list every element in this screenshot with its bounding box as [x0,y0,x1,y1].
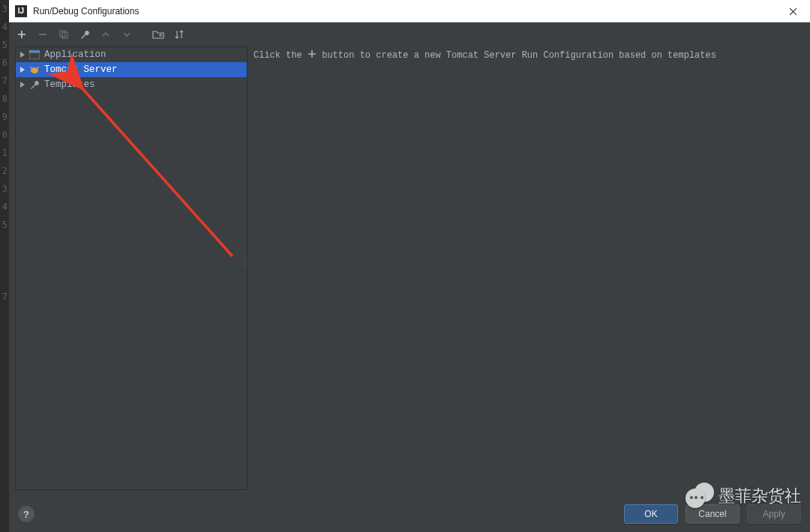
hint-text-suffix: button to create a new Tomcat Server Run… [322,50,716,61]
tree-item-label: Tomcat Server [43,64,118,75]
folder-icon [152,29,164,40]
tree-item-templates[interactable]: Templates [16,77,247,92]
help-button[interactable]: ? [18,506,34,522]
ok-button[interactable]: OK [624,504,678,524]
folder-button[interactable] [152,28,165,41]
right-panel: Click the button to create a new Tomcat … [248,46,804,490]
chevron-up-icon [101,30,110,39]
app-icon: IJ [15,5,27,17]
wrench-icon [80,29,90,40]
toolbar [9,22,810,46]
wrench-icon [29,79,40,90]
expand-arrow-icon[interactable] [19,81,26,88]
watermark-text: 墨菲杂货社 [718,485,801,507]
plus-icon [308,49,316,58]
dialog-title: Run/Debug Configurations [33,6,139,16]
dialog-body: Application Tomcat Server [9,22,810,532]
split-drag-handle[interactable] [244,257,248,266]
minus-icon [38,29,48,40]
move-down-button[interactable] [120,28,134,41]
tomcat-icon [29,64,40,75]
remove-button[interactable] [36,28,50,41]
copy-button[interactable] [57,28,70,41]
tree-item-label: Templates [43,79,95,90]
titlebar: IJ Run/Debug Configurations [9,0,810,22]
chevron-down-icon [122,30,131,39]
tree-item-application[interactable]: Application [16,47,247,62]
expand-arrow-icon[interactable] [19,51,26,58]
tree-item-tomcat-server[interactable]: Tomcat Server [16,62,247,77]
svg-point-4 [31,67,38,73]
sort-button[interactable] [172,28,186,41]
main-area: Application Tomcat Server [9,46,810,496]
run-debug-configurations-dialog: IJ Run/Debug Configurations [9,0,810,532]
close-icon [789,7,797,16]
hint-text-prefix: Click the [254,50,302,61]
editor-gutter: 3 4 5 6 7 8 9 0 1 2 3 4 5 7 [0,0,9,532]
tree-item-label: Application [43,49,106,60]
config-tree: Application Tomcat Server [16,47,247,92]
plus-icon [16,29,27,40]
close-button[interactable] [776,0,810,22]
expand-arrow-icon[interactable] [19,66,26,73]
add-button[interactable] [15,28,28,41]
watermark: 墨菲杂货社 [686,483,801,510]
wechat-icon [686,483,712,510]
svg-rect-3 [29,52,40,59]
copy-icon [58,29,69,40]
config-tree-panel: Application Tomcat Server [15,46,248,490]
application-icon [29,49,40,60]
move-up-button[interactable] [99,28,112,41]
sort-icon [174,29,184,40]
edit-defaults-button[interactable] [78,28,92,41]
